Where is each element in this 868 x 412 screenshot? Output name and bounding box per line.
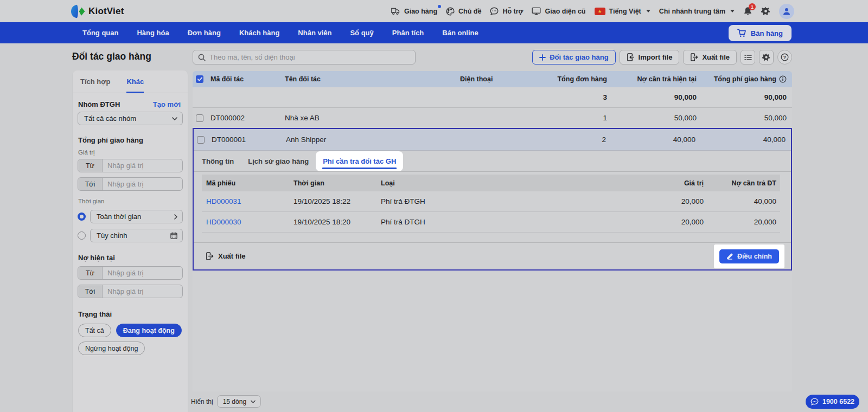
adjust-button[interactable]: Điều chỉnh xyxy=(719,249,779,263)
add-partner-label: Đối tác giao hàng xyxy=(550,53,608,61)
fee-to-input[interactable] xyxy=(103,178,183,190)
col-header-time: Thời gian xyxy=(293,179,381,187)
nav-item-don-hang[interactable]: Đơn hàng xyxy=(188,29,221,37)
palette-icon xyxy=(446,7,455,16)
detail-export-button[interactable]: Xuất file xyxy=(206,252,246,260)
receipt-time: 19/10/2025 18:20 xyxy=(293,218,381,226)
old-ui-menu-item[interactable]: Giao diện cũ xyxy=(532,7,585,15)
kiotviet-logo[interactable]: KiotViet xyxy=(71,0,124,22)
notification-badge: 1 xyxy=(749,3,756,10)
detail-tab-fee[interactable]: Phí cần trả đối tác GH xyxy=(316,151,403,171)
filter-card: Tích hợp Khác Nhóm ĐTGH Tạo mới Tất cả c… xyxy=(73,70,188,412)
tab-khac[interactable]: Khác xyxy=(126,70,144,93)
time-custom-button[interactable]: Tùy chỉnh xyxy=(90,229,183,242)
settings-button[interactable] xyxy=(761,7,770,16)
col-header-fee[interactable]: Tổng phí giao hàng xyxy=(699,75,792,83)
col-header-orders[interactable]: Tổng đơn hàng xyxy=(534,75,610,83)
support-menu-item[interactable]: Hỗ trợ xyxy=(490,7,523,15)
notifications-button[interactable]: 1 xyxy=(743,7,752,16)
debt-from-input[interactable] xyxy=(103,267,183,279)
col-header-receipt: Mã phiếu xyxy=(202,179,293,187)
time-label: Thời gian xyxy=(73,198,188,204)
page-title: Đối tác giao hàng xyxy=(72,51,151,62)
table-row-selected[interactable]: DT000001 Anh Shipper 2 40,000 40,000 xyxy=(194,129,791,151)
nav-item-nhan-vien[interactable]: Nhân viên xyxy=(298,29,331,37)
nav-item-so-quy[interactable]: Sổ quỹ xyxy=(350,29,373,37)
col-header-code[interactable]: Mã đối tác xyxy=(208,75,282,83)
branch-selector[interactable]: Chi nhánh trung tâm xyxy=(659,8,735,15)
detail-tab-history[interactable]: Lịch sử giao hàng xyxy=(241,151,316,171)
create-group-link[interactable]: Tạo mới xyxy=(153,100,181,108)
row-checkbox[interactable] xyxy=(197,136,205,144)
fee-from-input[interactable] xyxy=(103,159,183,172)
delivery-menu-item[interactable]: Giao hàng xyxy=(391,7,437,15)
col-header-phone[interactable]: Điện thoại xyxy=(458,75,534,83)
search-input[interactable] xyxy=(209,53,410,61)
nav-item-khach-hang[interactable]: Khách hàng xyxy=(239,29,279,37)
time-all-button[interactable]: Toàn thời gian xyxy=(90,210,183,223)
receipt-value: 20,000 xyxy=(617,218,704,226)
page-size-select[interactable]: 15 dòng xyxy=(217,395,261,408)
search-box xyxy=(193,50,416,65)
chevron-down-icon xyxy=(646,10,650,12)
to-prefix: Tới xyxy=(78,285,103,298)
toolbar-buttons: Đối tác giao hàng Import file Xuất file … xyxy=(532,50,792,65)
adjust-button-label: Điều chỉnh xyxy=(737,253,772,260)
expanded-partner-section: DT000001 Anh Shipper 2 40,000 40,000 Thô… xyxy=(193,128,792,271)
hotline-label: 1900 6522 xyxy=(822,398,854,405)
export-icon xyxy=(690,53,698,61)
chevron-right-icon xyxy=(174,214,177,220)
sell-button-label: Bán hàng xyxy=(751,29,783,37)
fee-row: HD000031 19/10/2025 18:22 Phí trả ĐTGH 2… xyxy=(202,191,780,212)
summary-fee: 90,000 xyxy=(699,93,792,101)
group-select[interactable]: Tất cả các nhóm xyxy=(78,112,183,125)
select-all-checkbox[interactable] xyxy=(196,75,203,83)
user-avatar[interactable] xyxy=(779,4,794,19)
col-header-name[interactable]: Tên đối tác xyxy=(282,75,458,83)
hotline-chat-button[interactable]: 1900 6522 xyxy=(806,395,859,409)
import-file-button[interactable]: Import file xyxy=(620,50,680,65)
chevron-down-icon xyxy=(730,10,735,12)
search-icon xyxy=(198,54,206,61)
receipt-link[interactable]: HD000031 xyxy=(202,197,293,205)
nav-item-hang-hoa[interactable]: Hàng hóa xyxy=(137,29,169,37)
row-checkbox[interactable] xyxy=(196,114,203,122)
detail-tabs: Thông tin Lịch sử giao hàng Phí cần trả … xyxy=(194,151,791,172)
nav-item-tong-quan[interactable]: Tổng quan xyxy=(82,29,118,37)
status-inactive-pill[interactable]: Ngừng hoạt động xyxy=(78,342,145,355)
status-all-pill[interactable]: Tất cả xyxy=(78,324,111,337)
sell-button[interactable]: Bán hàng xyxy=(729,25,792,41)
time-custom-label: Tùy chỉnh xyxy=(97,231,127,240)
theme-menu-item[interactable]: Chủ đề xyxy=(446,7,481,16)
fee-to-input-group: Tới xyxy=(78,177,183,191)
tab-tich-hop[interactable]: Tích hợp xyxy=(80,70,110,93)
truck-icon xyxy=(391,7,400,15)
receipt-link[interactable]: HD000030 xyxy=(202,218,293,226)
time-all-row: Toàn thời gian xyxy=(78,210,183,223)
table-settings-button[interactable] xyxy=(759,50,774,65)
page-size-value: 15 dòng xyxy=(223,398,246,405)
table-row[interactable]: DT000002 Nhà xe AB 1 50,000 50,000 xyxy=(193,108,792,128)
time-all-radio[interactable] xyxy=(78,213,86,221)
time-custom-radio[interactable] xyxy=(78,231,86,240)
list-columns-icon xyxy=(744,54,752,61)
status-active-pill[interactable]: Đang hoạt động xyxy=(116,324,182,337)
receipt-type: Phí trả ĐTGH xyxy=(381,218,617,226)
nav-item-ban-online[interactable]: Bán online xyxy=(442,29,478,37)
export-file-button[interactable]: Xuất file xyxy=(683,50,737,65)
time-all-label: Toàn thời gian xyxy=(97,213,141,221)
nav-item-phan-tich[interactable]: Phân tích xyxy=(392,29,424,37)
content: Đối tác giao hàng Tích hợp Khác Nhóm ĐTG… xyxy=(0,43,868,412)
detail-tab-info[interactable]: Thông tin xyxy=(195,151,241,171)
debt-to-input-group: Tới xyxy=(78,285,183,298)
add-partner-button[interactable]: Đối tác giao hàng xyxy=(532,50,615,65)
col-header-debt[interactable]: Nợ cần trả hiện tại xyxy=(610,75,699,83)
col-header-value: Giá trị xyxy=(617,179,704,187)
pencil-icon xyxy=(726,253,733,260)
help-button[interactable]: ? xyxy=(777,50,792,65)
column-settings-button[interactable] xyxy=(741,50,755,65)
debt-to-input[interactable] xyxy=(103,285,183,298)
debt-from-input-group: Từ xyxy=(78,266,183,280)
language-selector[interactable]: ★ Tiếng Việt xyxy=(595,8,650,15)
summary-orders: 3 xyxy=(534,93,610,101)
